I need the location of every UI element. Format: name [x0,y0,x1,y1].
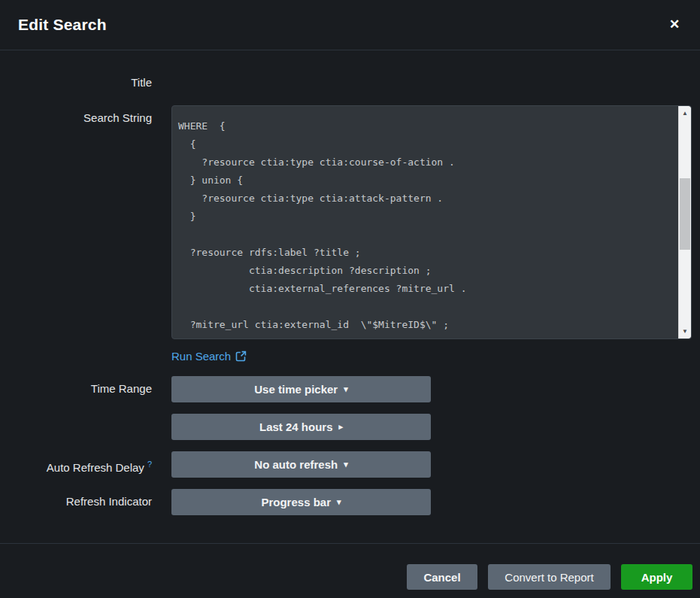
run-search-link[interactable]: Run Search [171,348,247,363]
scroll-down-icon: ▼ [682,328,688,335]
page-title: Edit Search [18,16,107,34]
scroll-up-button[interactable]: ▲ [679,108,691,119]
time-range-label: Time Range [0,381,152,396]
chevron-down-icon: ▾ [344,460,348,469]
close-button[interactable]: ✕ [661,11,688,38]
time-range-preset-value: Last 24 hours [259,420,333,433]
time-picker-value: Use time picker [254,383,338,396]
auto-refresh-value: No auto refresh [254,458,338,471]
apply-button[interactable]: Apply [621,564,692,590]
editor-scrollbar-track[interactable]: ▲ ▼ [678,106,691,338]
refresh-indicator-value: Progress bar [261,496,331,508]
refresh-indicator-label: Refresh Indicator [0,494,152,509]
refresh-indicator-dropdown[interactable]: Progress bar ▾ [171,489,431,515]
run-search-label: Run Search [171,350,231,363]
cancel-button[interactable]: Cancel [407,564,477,590]
title-input[interactable] [171,72,692,95]
scroll-down-button[interactable]: ▼ [679,326,691,337]
search-string-editor: WHERE { { ?resource ctia:type ctia:cours… [171,105,692,339]
modal-footer: Cancel Convert to Report Apply [0,543,700,598]
auto-refresh-delay-label: Auto Refresh Delay? [0,457,152,475]
time-range-preset-button[interactable]: Last 24 hours ▸ [171,414,431,440]
scroll-up-icon: ▲ [682,110,688,117]
chevron-down-icon: ▾ [344,385,348,393]
chevron-down-icon: ▾ [337,498,341,506]
title-label: Title [0,75,152,90]
edit-search-modal: Edit Search ✕ Title Search String WHERE … [0,0,700,598]
chevron-right-icon: ▸ [339,423,344,431]
close-icon: ✕ [669,17,680,32]
help-icon[interactable]: ? [147,460,152,469]
search-string-label: Search String [0,111,152,126]
auto-refresh-delay-text: Auto Refresh Delay [47,461,144,474]
search-string-textarea[interactable]: WHERE { { ?resource ctia:type ctia:cours… [172,106,678,338]
modal-header: Edit Search ✕ [0,0,700,50]
external-link-icon [235,351,247,362]
convert-to-report-button[interactable]: Convert to Report [488,564,611,590]
auto-refresh-dropdown[interactable]: No auto refresh ▾ [171,451,431,478]
time-picker-dropdown[interactable]: Use time picker ▾ [171,376,431,402]
editor-scrollbar-thumb[interactable] [680,178,690,250]
